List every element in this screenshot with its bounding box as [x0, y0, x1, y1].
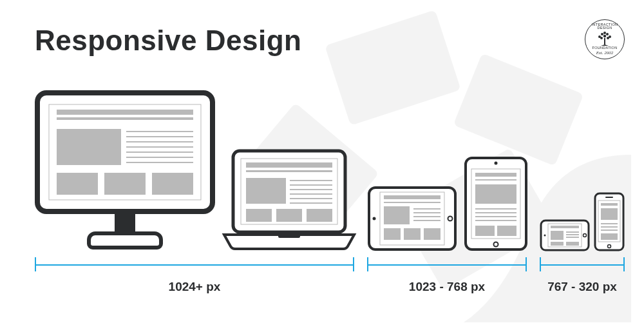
svg-point-8: [606, 33, 609, 35]
svg-rect-83: [605, 197, 613, 198]
tablet-landscape-icon: [367, 186, 457, 251]
desktop-icon: [35, 90, 215, 251]
svg-rect-62: [475, 173, 516, 177]
svg-rect-55: [384, 228, 401, 240]
svg-rect-57: [424, 228, 440, 240]
svg-rect-75: [551, 226, 579, 228]
svg-rect-48: [384, 195, 440, 199]
tablet-portrait-icon: [464, 156, 528, 251]
svg-rect-33: [246, 178, 286, 204]
svg-rect-26: [104, 173, 146, 195]
svg-point-6: [601, 33, 603, 35]
laptop-icon: [222, 148, 357, 251]
svg-rect-16: [57, 117, 193, 120]
phone-landscape-icon: [540, 219, 590, 251]
page-title: Responsive Design: [35, 24, 301, 57]
svg-rect-80: [551, 242, 564, 246]
svg-rect-25: [57, 173, 98, 195]
svg-point-12: [603, 35, 606, 37]
svg-point-7: [603, 32, 606, 34]
svg-rect-15: [57, 110, 193, 115]
svg-rect-32: [246, 170, 332, 172]
svg-rect-40: [246, 209, 272, 222]
svg-rect-41: [276, 209, 302, 222]
svg-rect-56: [404, 228, 421, 240]
svg-rect-91: [601, 233, 618, 240]
svg-rect-63: [475, 179, 516, 181]
svg-rect-17: [57, 129, 121, 165]
svg-rect-76: [551, 231, 564, 240]
svg-rect-69: [475, 226, 495, 236]
svg-rect-4: [604, 38, 605, 44]
breakpoint-label: 767 - 320 px: [540, 280, 625, 294]
svg-rect-87: [601, 208, 618, 220]
tree-icon: [596, 32, 614, 46]
svg-rect-27: [152, 173, 193, 195]
phone-portrait-icon: [594, 192, 625, 251]
breakpoint-brackets: 1024+ px1023 - 768 px767 - 320 px: [35, 258, 625, 303]
brand-logo: INTERACTION DESIGN FOUNDATION Est. 2002: [585, 19, 625, 59]
svg-rect-64: [475, 184, 516, 204]
svg-rect-43: [278, 235, 300, 238]
breakpoint-label: 1024+ px: [35, 280, 354, 294]
svg-point-45: [373, 217, 376, 220]
devices-row: [35, 84, 625, 251]
breakpoint-label: 1023 - 768 px: [367, 280, 527, 294]
svg-rect-86: [601, 203, 618, 206]
svg-rect-49: [384, 202, 440, 203]
svg-rect-50: [384, 206, 410, 224]
svg-point-72: [544, 235, 546, 237]
svg-point-59: [495, 162, 498, 165]
svg-point-10: [600, 37, 603, 39]
svg-rect-42: [307, 209, 332, 222]
svg-rect-31: [246, 162, 332, 168]
svg-rect-28: [115, 211, 135, 233]
svg-rect-70: [497, 226, 516, 236]
svg-point-11: [607, 37, 609, 39]
svg-rect-81: [566, 242, 579, 246]
